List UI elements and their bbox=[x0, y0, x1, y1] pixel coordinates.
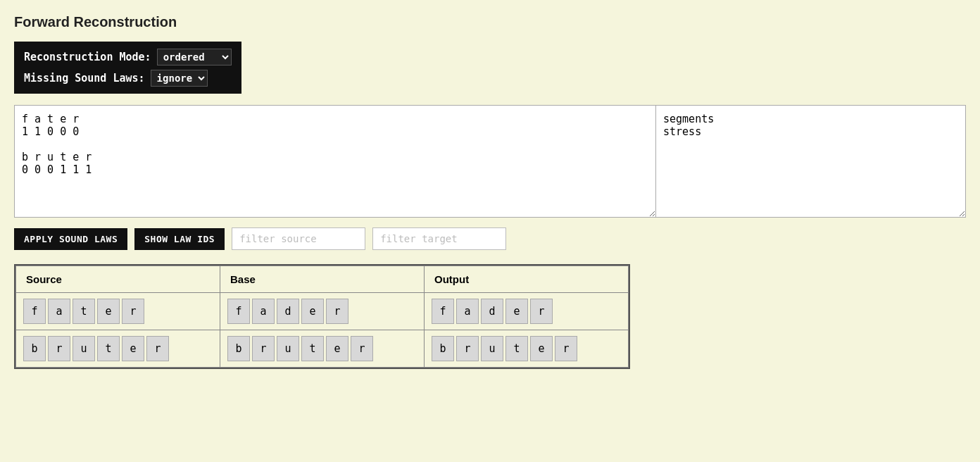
char-cell: t bbox=[97, 336, 120, 361]
char-cell: e bbox=[301, 299, 324, 324]
char-cell: f bbox=[227, 299, 250, 324]
char-cell: f bbox=[23, 299, 46, 324]
char-cell: r bbox=[326, 299, 348, 324]
actions-row: APPLY SOUND LAWS SHOW LAW IDS bbox=[14, 227, 966, 250]
char-cell: r bbox=[146, 336, 169, 361]
char-cell: r bbox=[48, 336, 70, 361]
char-cell: a bbox=[252, 299, 275, 324]
char-cell: r bbox=[530, 299, 553, 324]
show-law-ids-button[interactable]: SHOW LAW IDS bbox=[134, 228, 225, 250]
main-input[interactable]: f a t e r 1 1 0 0 0 b r u t e r 0 0 0 1 … bbox=[14, 105, 656, 218]
cell-output-0: fader bbox=[425, 293, 629, 330]
apply-sound-laws-button[interactable]: APPLY SOUND LAWS bbox=[14, 228, 127, 250]
results-table-container: Source Base Output faterfaderfaderbruter… bbox=[14, 264, 630, 369]
missing-sound-laws-select[interactable]: ignore error warn bbox=[151, 70, 208, 87]
reconstruction-mode-select[interactable]: ordered unordered bbox=[157, 49, 232, 65]
side-input[interactable]: segments stress bbox=[656, 105, 966, 218]
char-cell: u bbox=[277, 336, 299, 361]
table-row: bruterbruterbruter bbox=[16, 330, 629, 368]
missing-sound-laws-label: Missing Sound Laws: bbox=[24, 72, 145, 85]
char-cell: a bbox=[456, 299, 479, 324]
char-cell: r bbox=[351, 336, 373, 361]
cell-source-0: fater bbox=[16, 293, 220, 330]
char-cell: r bbox=[456, 336, 479, 361]
col-header-output: Output bbox=[425, 266, 629, 293]
char-cell: e bbox=[505, 299, 528, 324]
col-header-source: Source bbox=[16, 266, 220, 293]
char-cell: f bbox=[432, 299, 454, 324]
char-cell: t bbox=[301, 336, 324, 361]
char-cell: d bbox=[481, 299, 503, 324]
page-title: Forward Reconstruction bbox=[14, 14, 966, 30]
char-cell: e bbox=[530, 336, 553, 361]
filter-target-input[interactable] bbox=[372, 227, 506, 250]
char-cell: e bbox=[326, 336, 348, 361]
table-row: faterfaderfader bbox=[16, 293, 629, 330]
cell-base-1: bruter bbox=[220, 330, 425, 368]
char-cell: b bbox=[227, 336, 250, 361]
char-cell: b bbox=[432, 336, 454, 361]
char-cell: r bbox=[555, 336, 577, 361]
results-table: Source Base Output faterfaderfaderbruter… bbox=[15, 266, 629, 368]
char-cell: r bbox=[122, 299, 144, 324]
char-cell: a bbox=[48, 299, 70, 324]
reconstruction-mode-row: Reconstruction Mode: ordered unordered bbox=[24, 49, 232, 65]
char-cell: b bbox=[23, 336, 46, 361]
char-cell: e bbox=[97, 299, 120, 324]
missing-sound-laws-row: Missing Sound Laws: ignore error warn bbox=[24, 70, 232, 87]
col-header-base: Base bbox=[220, 266, 425, 293]
char-cell: u bbox=[73, 336, 95, 361]
cell-base-0: fader bbox=[220, 293, 425, 330]
textareas-row: f a t e r 1 1 0 0 0 b r u t e r 0 0 0 1 … bbox=[14, 105, 966, 218]
char-cell: t bbox=[73, 299, 95, 324]
controls-box: Reconstruction Mode: ordered unordered M… bbox=[14, 42, 241, 94]
filter-source-input[interactable] bbox=[232, 227, 365, 250]
char-cell: t bbox=[505, 336, 528, 361]
cell-output-1: bruter bbox=[425, 330, 629, 368]
char-cell: r bbox=[252, 336, 275, 361]
reconstruction-mode-label: Reconstruction Mode: bbox=[24, 51, 151, 63]
char-cell: d bbox=[277, 299, 299, 324]
char-cell: u bbox=[481, 336, 503, 361]
char-cell: e bbox=[122, 336, 144, 361]
cell-source-1: bruter bbox=[16, 330, 220, 368]
